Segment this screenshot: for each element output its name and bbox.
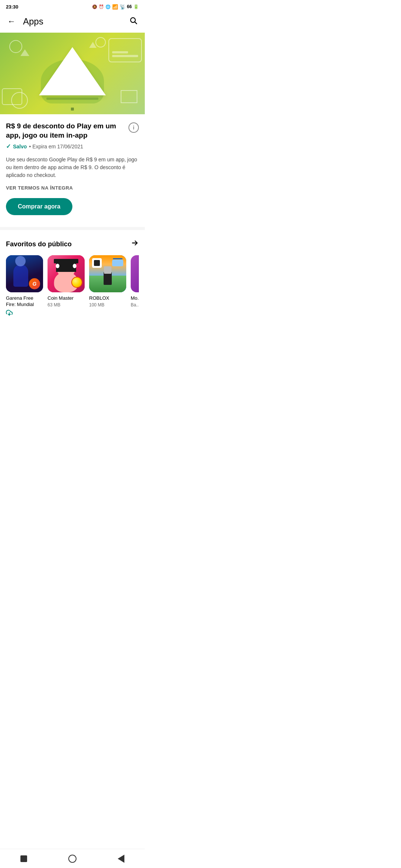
header-left: ← Apps bbox=[6, 15, 43, 28]
saved-label: Salvo bbox=[13, 144, 27, 149]
download-icon bbox=[6, 309, 13, 316]
page-header: ← Apps bbox=[0, 12, 145, 33]
deco-triangle-1 bbox=[20, 49, 29, 56]
roblox-logo-inner bbox=[94, 260, 100, 266]
app-item-roblox[interactable]: ROBLOX 100 MB bbox=[89, 255, 126, 318]
deco-inner-2 bbox=[112, 51, 128, 53]
garena-logo: G bbox=[29, 278, 40, 289]
status-bar: 23:30 🔕 ⏰ 🌐 📶 📡 66 🔋 bbox=[0, 0, 145, 12]
rotor bbox=[113, 258, 123, 259]
roblox-artwork bbox=[89, 255, 126, 292]
promo-header: R$ 9 de desconto do Play em um app, jogo… bbox=[6, 122, 139, 140]
back-button[interactable]: ← bbox=[6, 15, 17, 28]
favorites-header: Favoritos do público bbox=[6, 239, 139, 249]
freefire-artwork: G bbox=[6, 255, 43, 292]
deco-square-1 bbox=[121, 90, 137, 103]
app-icon-roblox bbox=[89, 255, 126, 292]
terms-link[interactable]: VER TERMOS NA ÍNTEGRA bbox=[6, 185, 139, 191]
deco-circle-3 bbox=[95, 37, 106, 47]
app-item-coinmaster[interactable]: Coin Master 63 MB bbox=[48, 255, 85, 318]
promo-title: R$ 9 de desconto do Play em um app, jogo… bbox=[6, 122, 124, 140]
deco-rect-2 bbox=[108, 38, 142, 62]
status-time: 23:30 bbox=[6, 4, 18, 10]
deco-inner-1 bbox=[112, 55, 138, 57]
promo-status: ✓ Salvo • Expira em 17/06/2021 bbox=[6, 143, 139, 150]
buy-now-button[interactable]: Comprar agora bbox=[6, 198, 72, 215]
app-size-fourth: Ba... 10... bbox=[131, 302, 139, 308]
section-divider bbox=[0, 227, 145, 230]
roblox-head bbox=[104, 266, 111, 274]
app-item-freefire[interactable]: G Garena Free Fire: Mundial bbox=[6, 255, 43, 318]
arrow-right-icon bbox=[131, 239, 139, 247]
app-name-freefire: Garena Free Fire: Mundial bbox=[6, 295, 43, 308]
promo-banner bbox=[0, 33, 145, 114]
svg-line-1 bbox=[135, 22, 137, 24]
banner-main bbox=[39, 47, 106, 100]
roblox-logo-box bbox=[92, 258, 102, 268]
banner-dot bbox=[71, 108, 74, 111]
info-button[interactable]: i bbox=[128, 122, 139, 133]
alarm-icon: ⏰ bbox=[99, 4, 104, 9]
roblox-char bbox=[104, 272, 112, 285]
app-name-fourth: Mo... bbox=[131, 295, 139, 302]
coinmaster-artwork bbox=[48, 255, 85, 292]
notification-icon: 🔕 bbox=[92, 4, 97, 9]
deco-circle-2 bbox=[11, 92, 28, 109]
search-icon bbox=[129, 16, 137, 24]
app-size-coinmaster: 63 MB bbox=[48, 302, 85, 308]
check-icon: ✓ bbox=[6, 143, 11, 150]
favorites-arrow-button[interactable] bbox=[131, 239, 139, 249]
wifi-icon: 📡 bbox=[120, 4, 125, 10]
battery-text: 66 bbox=[127, 4, 132, 9]
search-button[interactable] bbox=[128, 15, 139, 28]
app-name-roblox: ROBLOX bbox=[89, 295, 126, 302]
signal-icon: 📶 bbox=[112, 4, 118, 10]
favorites-title: Favoritos do público bbox=[6, 240, 72, 248]
character-body bbox=[13, 264, 28, 287]
favorites-section: Favoritos do público G bbox=[0, 233, 145, 320]
coin bbox=[71, 277, 82, 288]
mask-brim bbox=[54, 259, 78, 263]
apps-row: G Garena Free Fire: Mundial bbox=[6, 255, 139, 318]
promo-description: Use seu desconto Google Play de R$ 9 em … bbox=[6, 156, 139, 179]
battery-icon: 🔋 bbox=[133, 4, 139, 9]
promo-section: R$ 9 de desconto do Play em um app, jogo… bbox=[0, 114, 145, 224]
banner-triangle bbox=[39, 47, 106, 95]
banner-line bbox=[46, 98, 98, 100]
status-icons: 🔕 ⏰ 🌐 📶 📡 66 🔋 bbox=[92, 4, 139, 10]
fourth-artwork bbox=[131, 255, 139, 292]
expiry-text: • Expira em 17/06/2021 bbox=[29, 144, 83, 149]
app-size-roblox: 100 MB bbox=[89, 302, 126, 308]
app-name-coinmaster: Coin Master bbox=[48, 295, 85, 302]
page-title: Apps bbox=[23, 16, 43, 27]
helicopter bbox=[112, 260, 123, 266]
app-icon-coinmaster bbox=[48, 255, 85, 292]
app-icon-fourth bbox=[131, 255, 139, 292]
app-badge-freefire bbox=[6, 309, 43, 318]
earth-icon: 🌐 bbox=[105, 4, 111, 9]
app-item-fourth[interactable]: Mo... Ba... 10... bbox=[131, 255, 139, 318]
app-icon-freefire: G bbox=[6, 255, 43, 292]
